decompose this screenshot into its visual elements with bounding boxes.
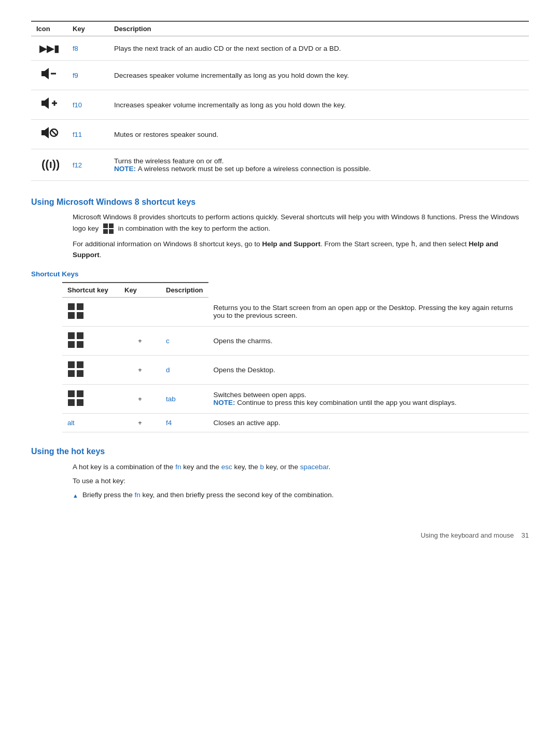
- section-win8-shortcuts: Using Microsoft Windows 8 shortcut keys …: [31, 198, 529, 432]
- sk-icon-cell: [62, 297, 119, 326]
- svg-rect-22: [77, 361, 83, 368]
- b-link: b: [260, 463, 264, 471]
- sk-plus-cell: +: [119, 326, 161, 355]
- sk-plus-cell: +: [119, 413, 161, 432]
- sk-desc-cell: Opens the Desktop.: [208, 355, 529, 384]
- sk-desc-cell: Returns you to the Start screen from an …: [208, 297, 529, 326]
- key-cell: f12: [67, 149, 109, 181]
- table-row: + d Opens the Desktop.: [62, 355, 529, 384]
- list-item: ▲ Briefly press the fn key, and then bri…: [73, 490, 529, 500]
- sk-key-cell: f4: [161, 413, 208, 432]
- note-text: A wireless network must be set up before…: [138, 165, 371, 173]
- note-text: Continue to press this key combination u…: [237, 399, 456, 406]
- key-cell: f10: [67, 90, 109, 120]
- sk-desc-cell: Switches between open apps. NOTE: Contin…: [208, 384, 529, 413]
- volume-up-icon: [39, 95, 59, 111]
- win8-para1: Microsoft Windows 8 provides shortcuts t…: [73, 212, 529, 234]
- hotkeys-para2: To use a hot key:: [73, 475, 529, 487]
- windows-grid-icon: [67, 303, 84, 319]
- svg-rect-15: [68, 312, 75, 319]
- section-hot-keys: Using the hot keys A hot key is a combin…: [31, 447, 529, 500]
- table-row: ▶▶▮ f8 Plays the next track of an audio …: [31, 36, 529, 61]
- sk-key-cell: [161, 297, 208, 326]
- function-keys-table: Icon Key Description ▶▶▮ f8 Plays the ne…: [31, 21, 529, 181]
- svg-rect-10: [109, 223, 114, 228]
- svg-rect-12: [109, 229, 114, 234]
- fn-link: fn: [175, 463, 181, 471]
- description-cell: Turns the wireless feature on or off. NO…: [109, 149, 529, 181]
- svg-rect-11: [103, 229, 108, 234]
- section-heading-hotkeys: Using the hot keys: [31, 447, 529, 456]
- table-row: ((ı)) f12 Turns the wireless feature on …: [31, 149, 529, 181]
- sk-icon-cell: alt: [62, 413, 119, 432]
- fast-forward-icon: ▶▶▮: [39, 44, 59, 54]
- key-cell: f11: [67, 120, 109, 149]
- note-label: NOTE:: [214, 399, 237, 406]
- sk-key-cell: tab: [161, 384, 208, 413]
- svg-rect-19: [68, 341, 75, 348]
- icon-cell: [31, 90, 67, 120]
- col-header-icon: Icon: [31, 21, 67, 36]
- sk-col-key: Key: [119, 283, 161, 298]
- table-row: alt + f4 Closes an active app.: [62, 413, 529, 432]
- sk-desc-cell: Opens the charms.: [208, 326, 529, 355]
- mute-icon: [39, 125, 59, 140]
- sk-icon-cell: [62, 326, 119, 355]
- table-row: f11 Mutes or restores speaker sound.: [31, 120, 529, 149]
- sk-col-description: Description: [161, 283, 208, 298]
- svg-rect-13: [68, 303, 75, 310]
- svg-rect-25: [68, 390, 75, 397]
- icon-cell: [31, 61, 67, 90]
- svg-rect-28: [77, 399, 83, 406]
- wireless-icon: ((ı)): [39, 154, 59, 172]
- sk-col-shortcut: Shortcut key: [62, 283, 119, 298]
- svg-rect-9: [103, 223, 108, 228]
- sk-plus-cell: [119, 297, 161, 326]
- volume-down-icon: [39, 66, 59, 81]
- section-heading-win8: Using Microsoft Windows 8 shortcut keys: [31, 198, 529, 207]
- icon-cell: ((ı)): [31, 149, 67, 181]
- svg-rect-17: [68, 332, 75, 339]
- bullet-text: Briefly press the fn key, and then brief…: [82, 490, 334, 500]
- table-row: f9 Decreases speaker volume incrementall…: [31, 61, 529, 90]
- svg-marker-5: [41, 127, 49, 138]
- key-cell: f8: [67, 36, 109, 61]
- svg-rect-27: [68, 399, 75, 406]
- svg-text:((ı)): ((ı)): [41, 158, 59, 171]
- windows-grid-icon: [67, 390, 84, 406]
- windows-grid-icon: [67, 332, 84, 348]
- hotkeys-list: ▲ Briefly press the fn key, and then bri…: [73, 490, 529, 500]
- key-cell: f9: [67, 61, 109, 90]
- sk-key-cell: d: [161, 355, 208, 384]
- windows-grid-icon: [67, 361, 84, 377]
- sk-plus-cell: +: [119, 355, 161, 384]
- bullet-icon: ▲: [73, 491, 78, 500]
- win8-para2: For additional information on Windows 8 …: [73, 238, 529, 261]
- svg-rect-26: [77, 390, 83, 397]
- page-number: 31: [522, 531, 529, 539]
- esc-link: esc: [221, 463, 232, 471]
- svg-rect-16: [77, 312, 83, 319]
- svg-marker-0: [41, 68, 49, 79]
- sk-icon-cell: [62, 355, 119, 384]
- description-cell: Mutes or restores speaker sound.: [109, 120, 529, 149]
- alt-key-label: alt: [67, 419, 75, 427]
- svg-rect-14: [77, 303, 83, 310]
- note-label: NOTE:: [114, 165, 138, 173]
- table-row: f10 Increases speaker volume incremental…: [31, 90, 529, 120]
- fn-link2: fn: [134, 491, 140, 499]
- description-cell: Decreases speaker volume incrementally a…: [109, 61, 529, 90]
- svg-marker-2: [41, 97, 49, 109]
- description-cell: Increases speaker volume incrementally a…: [109, 90, 529, 120]
- col-header-key: Key: [67, 21, 109, 36]
- svg-rect-24: [77, 370, 83, 377]
- icon-cell: ▶▶▮: [31, 36, 67, 61]
- shortcut-keys-subheading: Shortcut Keys: [31, 270, 529, 278]
- spacebar-link: spacebar: [300, 463, 329, 471]
- svg-line-7: [51, 130, 57, 135]
- table-row: + tab Switches between open apps. NOTE: …: [62, 384, 529, 413]
- col-header-description: Description: [109, 21, 529, 36]
- page-footer: Using the keyboard and mouse 31: [31, 531, 529, 539]
- table-row: + c Opens the charms.: [62, 326, 529, 355]
- sk-key-cell: c: [161, 326, 208, 355]
